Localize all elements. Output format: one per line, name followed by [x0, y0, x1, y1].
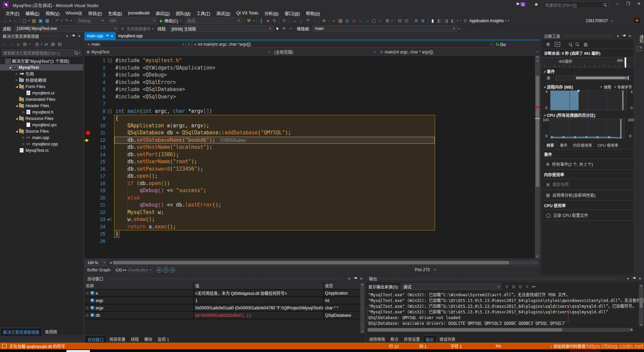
- tab-断点[interactable]: 断点: [388, 335, 401, 343]
- nav-method-combo[interactable]: ➜ int main(int argc, char *argv[]) ▾: [192, 41, 494, 48]
- close-icon[interactable]: ✕: [76, 34, 82, 38]
- out-word-wrap-icon[interactable]: ↩: [530, 283, 537, 290]
- autos-vscrollbar[interactable]: ▲ ▼: [360, 283, 365, 333]
- se-pending-caret-icon[interactable]: ▾: [40, 41, 43, 47]
- va-spellcheck-icon[interactable]: ✓: [377, 17, 384, 24]
- tab-输出[interactable]: 输出: [423, 335, 437, 343]
- tree-item-generated-files[interactable]: Generated Files: [0, 96, 83, 102]
- breakpoint-margin[interactable]: [85, 100, 93, 108]
- pos-close-icon[interactable]: ✕: [433, 267, 437, 272]
- menu-2[interactable]: 编辑(E): [22, 9, 43, 17]
- fold-margin[interactable]: [107, 151, 113, 159]
- editor-tab-main.cpp[interactable]: main.cpp✕: [85, 32, 116, 40]
- va-nav-forward-icon[interactable]: →: [364, 17, 371, 24]
- bookmark-next-icon[interactable]: ◨: [443, 17, 449, 24]
- out-prev-message-icon[interactable]: ≣: [510, 283, 517, 290]
- perf-tip[interactable]: 已用时间≤6ms: [220, 138, 246, 143]
- autos-column-值[interactable]: 值: [194, 282, 324, 289]
- breakpoint-margin[interactable]: [85, 194, 93, 202]
- caret-icon[interactable]: ▾: [28, 19, 31, 22]
- caret-icon[interactable]: ▾: [252, 19, 255, 22]
- diag-memory-header[interactable]: ◢进程内存 (MB) ▼ 快照 ● 专用字节: [541, 83, 634, 90]
- menu-14[interactable]: 窗口(W): [282, 9, 303, 17]
- breakpoint-margin[interactable]: [85, 223, 93, 231]
- vassistx-icon[interactable]: ●: [330, 17, 337, 24]
- tree-item-header-files[interactable]: ◢Header Files: [0, 102, 83, 109]
- fold-collapse-icon[interactable]: −: [108, 109, 112, 113]
- undo-icon[interactable]: ↶: [54, 17, 60, 24]
- show-next-statement-icon[interactable]: →: [291, 17, 298, 24]
- output-titlebar[interactable]: 输出 ▾ ✕: [366, 275, 644, 282]
- row-expander-icon[interactable]: ▷: [86, 292, 89, 295]
- autos-window-position-icon[interactable]: ▾: [346, 277, 352, 280]
- nav-context-combo[interactable]: ➜ main ▾: [85, 41, 186, 48]
- code-line-7[interactable]: 7: [85, 100, 540, 108]
- se-properties-icon[interactable]: ⊡: [56, 41, 63, 47]
- code-line-22[interactable]: 22 MysqlTest w;: [85, 209, 540, 216]
- diag-zoom-out-icon[interactable]: [576, 43, 579, 46]
- breakpoint-margin[interactable]: [85, 108, 93, 115]
- menu-15[interactable]: 帮助(H): [303, 9, 323, 17]
- se-separator[interactable]: |: [31, 41, 34, 47]
- scroll-up-icon[interactable]: ▲: [536, 59, 539, 62]
- enable-heap-link[interactable]: ▤启用堆分析(会影响性能): [541, 190, 634, 201]
- diag-events-header[interactable]: ◢事件: [541, 68, 634, 75]
- indent-increase-icon[interactable]: ≣: [420, 17, 426, 24]
- code-line-16[interactable]: 16 db.setPassword("123456");: [85, 166, 540, 173]
- splitter-grip-icon[interactable]: [536, 56, 539, 58]
- thread-combo[interactable]: [6936] 主线程▼: [169, 25, 273, 32]
- menu-3[interactable]: 视图(V): [43, 9, 63, 17]
- breakpoint-margin[interactable]: [85, 93, 93, 101]
- redo-icon[interactable]: ↷: [63, 17, 70, 24]
- breakpoint-margin[interactable]: [85, 238, 93, 245]
- code-line-6[interactable]: 6#include <QSqlQuery>: [85, 93, 540, 101]
- expander-open-icon[interactable]: ◢: [15, 130, 19, 133]
- fold-margin[interactable]: −: [107, 57, 113, 64]
- diag-window-position-icon[interactable]: ▾: [615, 34, 621, 38]
- va-overflow-icon[interactable]: ≋: [321, 17, 327, 24]
- tree-item--[interactable]: ▷外部依赖项: [0, 77, 83, 83]
- autos-row-argv[interactable]: ▷argv0x000001a8cfe01ad0 {0x000001a8cfe04…: [85, 304, 365, 312]
- va-new-icon[interactable]: ▢: [371, 17, 377, 24]
- code-line-13[interactable]: 13 db.setHostName("localhost");: [85, 144, 540, 151]
- solution-search-icon[interactable]: [74, 51, 78, 54]
- editor-vertical-scrollbar[interactable]: ▲ ▼: [535, 56, 540, 259]
- se-home-icon[interactable]: ⌂: [15, 41, 21, 47]
- close-button[interactable]: ✕: [634, 0, 644, 7]
- notifications-tab[interactable]: 通知: [634, 35, 644, 43]
- quick-launch-input[interactable]: 快速启动 (Ctrl+Q): [543, 1, 608, 8]
- tree-item-mysqltest[interactable]: ◢⇄MysqlTest: [0, 64, 83, 71]
- breakpoint-margin[interactable]: [85, 158, 93, 166]
- breakpoint-margin[interactable]: [85, 166, 93, 173]
- code-line-20[interactable]: 20 else: [85, 194, 540, 202]
- tab-close-icon[interactable]: ✕: [111, 34, 113, 38]
- output-hscrollbar[interactable]: ▶: [368, 328, 633, 332]
- solution-search-input[interactable]: 搜索解决方案资源管理器(Ctrl+;) ▾: [1, 49, 82, 56]
- output-window-position-icon[interactable]: ▾: [625, 277, 631, 280]
- tab-pin-icon[interactable]: [105, 34, 109, 38]
- expander-closed-icon[interactable]: ▷: [15, 72, 19, 75]
- caret-icon[interactable]: ▾: [60, 19, 63, 22]
- menu-5[interactable]: 项目(P): [85, 9, 105, 17]
- fold-margin[interactable]: [107, 122, 113, 130]
- pin-icon[interactable]: [70, 34, 76, 38]
- code-line-4[interactable]: 4#include <QSqlError>: [85, 79, 540, 86]
- tree-item-mysqltest.cpp[interactable]: ▷++mysqltest.cpp: [0, 141, 83, 147]
- flagged-only-icon[interactable]: ⚑: [281, 25, 287, 32]
- diag-titlebar[interactable]: 诊断工具 ▾ ✕: [541, 32, 634, 40]
- breakpoint-margin[interactable]: [85, 79, 93, 86]
- code-line-14[interactable]: 14 db.setPort(3306);: [85, 151, 540, 159]
- output-pin-icon[interactable]: [631, 276, 637, 280]
- code-line-2[interactable]: 2#include <QtWidgets/QApplication>: [85, 64, 540, 72]
- breakpoint-margin[interactable]: [85, 72, 93, 79]
- fold-collapse-icon[interactable]: −: [108, 59, 112, 62]
- tree-item-source-files[interactable]: ◢Source Files: [0, 128, 83, 134]
- bookmark-prev-icon[interactable]: ◧: [436, 17, 443, 24]
- breakpoint-margin[interactable]: [85, 216, 93, 223]
- breakpoint-margin[interactable]: [85, 151, 93, 159]
- outline-expand-icon[interactable]: ⊡: [403, 17, 410, 24]
- fold-margin[interactable]: [107, 194, 113, 202]
- bookmark-icon[interactable]: ▮: [429, 17, 436, 24]
- buffer-graph-icon-2[interactable]: ⊘: [163, 267, 168, 273]
- breakpoint-icon[interactable]: [86, 131, 90, 135]
